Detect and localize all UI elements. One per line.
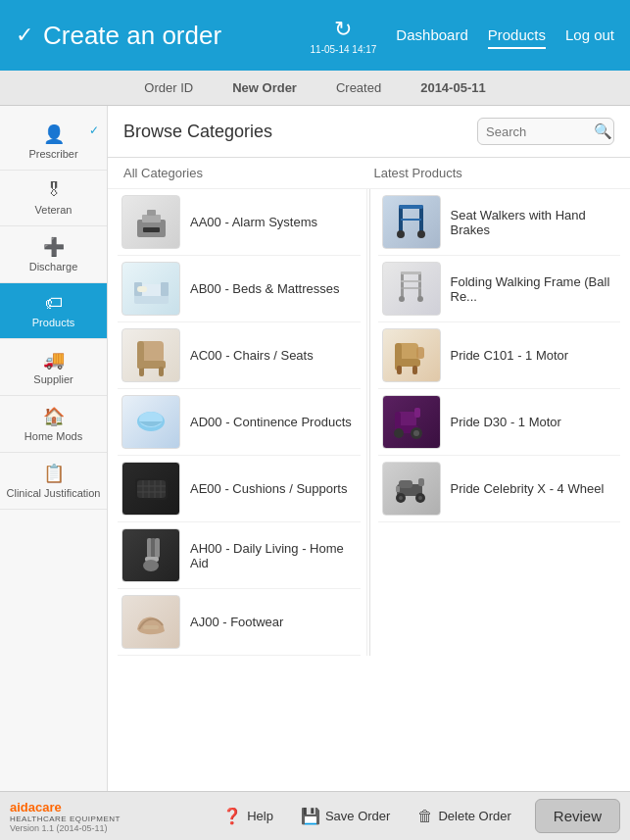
svg-point-34 xyxy=(397,230,405,238)
app-header: ✓ Create an order ↻ 11-05-14 14:17 Dashb… xyxy=(0,0,630,71)
home-icon: 🏠 xyxy=(43,406,65,427)
delete-order-button[interactable]: 🗑 Delete Order xyxy=(404,802,524,831)
sidebar-label-veteran: Veteran xyxy=(35,204,73,216)
chair-thumb xyxy=(121,328,180,382)
help-label: Help xyxy=(247,809,273,823)
svg-rect-26 xyxy=(155,538,160,558)
review-button[interactable]: Review xyxy=(535,799,620,833)
footwear-thumb xyxy=(121,595,180,649)
save-order-button[interactable]: 💾 Save Order xyxy=(287,801,404,831)
category-name-ah00: AH00 - Daily Living - Home Aid xyxy=(190,541,357,570)
sidebar-item-supplier[interactable]: 🚚 Supplier xyxy=(0,339,107,396)
product-item-d30[interactable]: Pride D30 - 1 Motor xyxy=(378,389,621,456)
bed-thumb xyxy=(121,262,180,316)
svg-rect-12 xyxy=(159,367,164,376)
nav-products[interactable]: Products xyxy=(488,23,546,49)
nav-dashboard[interactable]: Dashboard xyxy=(396,23,467,49)
product-item-folding-frame[interactable]: Folding Walking Frame (Ball Re... xyxy=(378,256,621,322)
product-name-seat-walker: Seat Walkers with Hand Brakes xyxy=(451,208,617,237)
discharge-icon: ➕ xyxy=(43,236,65,258)
column-divider xyxy=(369,189,370,656)
sidebar-item-discharge[interactable]: ➕ Discharge xyxy=(0,226,107,283)
veteran-icon: 🎖 xyxy=(45,180,63,201)
category-item-ad00[interactable]: AD00 - Continence Products xyxy=(118,389,361,456)
category-name-ac00: AC00 - Chairs / Seats xyxy=(190,348,314,363)
sidebar-label-clinical: Clinical Justification xyxy=(7,487,101,499)
search-icon: 🔍 xyxy=(594,123,612,140)
category-item-aa00[interactable]: AA00 - Alarm Systems xyxy=(118,189,361,256)
svg-rect-1 xyxy=(142,215,161,222)
footer-logo: aidacare Healthcare Equipment Version 1.… xyxy=(10,800,121,833)
svg-point-41 xyxy=(399,296,405,302)
svg-rect-62 xyxy=(418,478,424,486)
sidebar-item-prescriber[interactable]: 👤 Prescriber ✓ xyxy=(0,114,107,171)
supplier-icon: 🚚 xyxy=(43,349,65,371)
svg-rect-7 xyxy=(161,282,169,296)
category-item-ac00[interactable]: AC00 - Chairs / Seats xyxy=(118,322,361,389)
product-item-c101[interactable]: Pride C101 - 1 Motor xyxy=(378,322,621,389)
version-label: Version 1.1 (2014-05-11) xyxy=(10,823,121,833)
clinical-icon: 📋 xyxy=(43,463,65,484)
person-icon: 👤 xyxy=(43,124,65,145)
sidebar-item-products[interactable]: 🏷 Products xyxy=(0,283,107,339)
product-item-seat-walker[interactable]: Seat Walkers with Hand Brakes xyxy=(378,189,621,256)
svg-rect-36 xyxy=(401,272,404,299)
search-box[interactable]: 🔍 xyxy=(477,118,614,145)
logo-brand: aidacare xyxy=(10,800,121,815)
category-name-aj00: AJ00 - Footwear xyxy=(190,615,283,629)
svg-rect-29 xyxy=(143,625,159,629)
logo-sub: Healthcare Equipment xyxy=(10,815,121,823)
category-item-ah00[interactable]: AH00 - Daily Living - Home Aid xyxy=(118,522,361,589)
sync-icon: ↻ xyxy=(334,17,352,42)
category-item-ae00[interactable]: AE00 - Cushions / Supports xyxy=(118,456,361,522)
category-name-aa00: AA00 - Alarm Systems xyxy=(190,215,317,229)
content-area: Browse Categories 🔍 All Categories Lates… xyxy=(108,106,630,791)
product-name-folding-frame: Folding Walking Frame (Ball Re... xyxy=(451,274,617,304)
help-button[interactable]: ❓ Help xyxy=(209,801,287,831)
top-nav: Dashboard Products Log out xyxy=(396,23,614,49)
sidebar-item-home-mods[interactable]: 🏠 Home Mods xyxy=(0,396,107,453)
svg-rect-46 xyxy=(397,366,402,374)
created-value: 2014-05-11 xyxy=(420,80,486,95)
svg-rect-2 xyxy=(147,210,156,216)
continence-thumb xyxy=(121,395,180,449)
category-item-ab00[interactable]: AB00 - Beds & Mattresses xyxy=(118,256,361,322)
svg-point-35 xyxy=(417,230,425,238)
sidebar-item-clinical[interactable]: 📋 Clinical Justification xyxy=(0,453,107,510)
sidebar-label-discharge: Discharge xyxy=(29,261,78,272)
celebrity-thumb xyxy=(382,462,441,516)
seat-walker-thumb xyxy=(382,195,441,249)
svg-point-60 xyxy=(399,496,403,500)
browse-header: Browse Categories 🔍 xyxy=(108,106,630,158)
svg-point-28 xyxy=(143,560,159,571)
c101-thumb xyxy=(382,328,441,382)
svg-point-61 xyxy=(418,496,422,500)
product-name-d30: Pride D30 - 1 Motor xyxy=(451,415,561,429)
svg-rect-39 xyxy=(401,280,421,282)
svg-rect-63 xyxy=(396,486,400,492)
svg-rect-32 xyxy=(399,205,423,209)
search-input[interactable] xyxy=(486,124,594,139)
order-bar: Order ID New Order Created 2014-05-11 xyxy=(0,71,630,106)
save-icon: 💾 xyxy=(301,807,320,825)
delete-label: Delete Order xyxy=(438,809,510,823)
sync-button[interactable]: ↻ 11-05-14 14:17 xyxy=(311,17,377,55)
sync-time: 11-05-14 14:17 xyxy=(311,44,377,55)
category-name-ab00: AB00 - Beds & Mattresses xyxy=(190,281,339,296)
svg-rect-57 xyxy=(399,480,412,488)
svg-rect-3 xyxy=(143,227,160,232)
created-label: Created xyxy=(336,80,381,95)
cushion-thumb xyxy=(121,462,180,516)
sidebar-item-veteran[interactable]: 🎖 Veteran xyxy=(0,171,107,226)
svg-point-42 xyxy=(417,296,423,302)
category-name-ad00: AD00 - Continence Products xyxy=(190,415,352,429)
check-prescriber: ✓ xyxy=(89,124,99,137)
product-name-celebrity: Pride Celebrity X - 4 Wheel xyxy=(451,481,605,496)
browse-title: Browse Categories xyxy=(123,122,272,142)
svg-rect-38 xyxy=(401,272,421,274)
category-item-aj00[interactable]: AJ00 - Footwear xyxy=(118,589,361,656)
product-item-celebrity[interactable]: Pride Celebrity X - 4 Wheel xyxy=(378,456,621,522)
products-column: Seat Walkers with Hand Brakes xyxy=(372,189,621,656)
nav-logout[interactable]: Log out xyxy=(565,23,614,49)
order-id-value: New Order xyxy=(232,80,297,95)
